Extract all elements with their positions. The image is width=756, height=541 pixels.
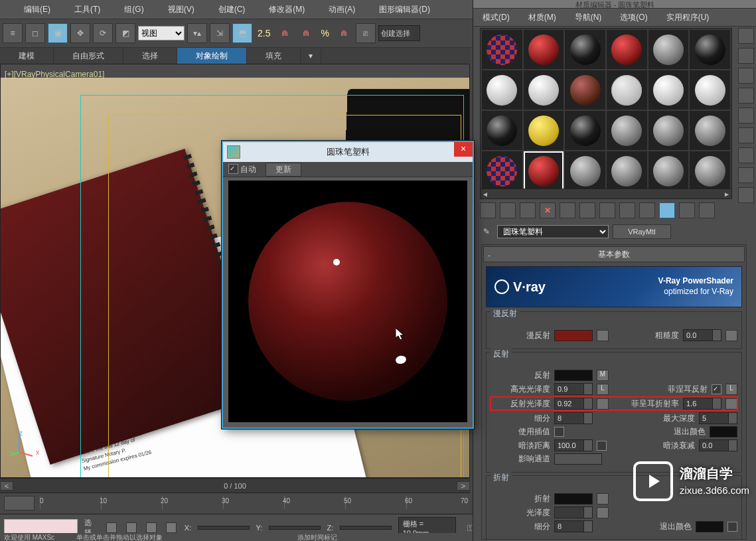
y-field[interactable] [269,526,320,530]
menu-graph-editors[interactable]: 图形编辑器(D) [379,4,430,15]
use-interp-checkbox[interactable] [554,427,564,437]
select-object-icon[interactable]: ▣ [48,23,68,43]
sample-6[interactable] [690,30,730,69]
diffuse-map-slot[interactable] [597,330,609,341]
named-sel-icon[interactable]: ⎚ [356,23,376,43]
refract-gloss-spinner[interactable] [554,506,593,518]
put-to-lib-icon[interactable] [599,202,615,218]
tab-freeform[interactable]: 自由形式 [54,48,123,64]
timeline-config-icon[interactable] [4,496,35,510]
pivot-icon[interactable]: ▾▴ [187,23,207,43]
sample-9[interactable] [565,70,605,110]
reflect-gloss-map-slot[interactable] [597,398,609,410]
select-by-mat-icon[interactable] [738,167,754,183]
tab-populate[interactable]: 填充 [247,48,301,64]
affect-channels-dropdown[interactable] [554,453,602,465]
sample-8[interactable] [524,70,564,110]
trackbar[interactable]: < 0 / 100 > [0,478,470,493]
exit-color-swatch[interactable] [710,426,737,437]
sample-21[interactable] [565,151,605,191]
mtl-map-nav-icon[interactable] [738,187,754,203]
sample-16[interactable] [607,111,647,150]
sample-24[interactable] [690,151,730,191]
show-map-icon[interactable] [639,202,655,218]
menu-animation[interactable]: 动画(A) [329,4,355,15]
make-copy-icon[interactable] [560,202,575,218]
sample-17[interactable] [648,111,689,150]
sample-2[interactable] [524,30,564,69]
sample-scroll[interactable]: ◄► [480,189,732,199]
max-depth-spinner[interactable]: 5 [699,412,737,424]
sample-15[interactable] [565,111,605,150]
material-type-button[interactable]: VRayMtl [613,224,671,239]
refract-exit-color-swatch[interactable] [696,521,723,532]
me-menu-options[interactable]: 选项(O) [620,12,647,23]
menu-modifiers[interactable]: 修改器(M) [269,4,305,15]
sel-key-icon[interactable] [126,522,137,533]
reflect-gloss-spinner[interactable]: 0.92 [554,398,593,410]
reflect-color-swatch[interactable] [554,370,593,381]
fresnel-L-slot[interactable]: L [725,384,737,395]
magnet1-icon[interactable]: ⋒ [275,24,294,42]
sample-13[interactable] [482,111,522,150]
select-all-icon[interactable]: ≡ [3,23,23,43]
menu-view[interactable]: 视图(V) [168,4,194,15]
sample-1[interactable] [482,30,522,69]
tab-object-paint[interactable]: 对象绘制 [177,48,247,64]
sample-10[interactable] [607,70,647,110]
z-field[interactable] [340,526,391,530]
reflect-map-slot[interactable]: M [597,370,609,381]
make-unique-icon[interactable] [579,202,595,218]
dim-distance-spinner[interactable]: 100.0 [554,439,593,451]
magnet2-icon[interactable]: ⋒ [297,24,315,42]
preview-icon[interactable] [738,127,754,143]
select-rect-icon[interactable]: ◻ [25,23,45,43]
rotate-icon[interactable]: ⟳ [93,23,113,43]
menu-group[interactable]: 组(G) [124,4,143,15]
sample-14[interactable] [524,111,564,150]
sample-18[interactable] [690,111,730,150]
ref-coord-dropdown[interactable]: 视图 [138,26,185,40]
show-end-result-icon[interactable] [659,202,675,218]
refract-exit-color-checkbox[interactable] [727,522,737,532]
go-forward-icon[interactable] [699,202,715,218]
me-menu-nav[interactable]: 导航(N) [575,12,602,23]
refract-color-swatch[interactable] [554,493,593,504]
close-icon[interactable]: × [454,142,473,157]
pick-material-icon[interactable]: ✎ [480,225,493,238]
move-icon[interactable]: ✥ [70,23,90,43]
sample-7[interactable] [482,70,522,110]
auto-checkbox[interactable]: 自动 [228,164,256,175]
refract-subdiv-spinner[interactable]: 8 [554,520,593,532]
angle-snap-icon[interactable]: ⬒ [232,23,252,43]
sample-20-selected[interactable] [524,151,564,191]
video-check-icon[interactable] [738,108,754,123]
add-time-tag[interactable]: 添加时间标记 [297,534,337,541]
diffuse-color-swatch[interactable] [554,330,593,341]
sel-iso-icon[interactable] [166,522,177,533]
scale-icon[interactable]: ◩ [115,23,135,43]
refract-gloss-map-slot[interactable] [597,507,609,518]
track-next-icon[interactable]: > [457,481,470,491]
sample-23[interactable] [648,151,689,191]
track-prev-icon[interactable]: < [0,481,13,491]
fresnel-checkbox[interactable] [712,384,721,394]
sample-11[interactable] [648,70,689,110]
menu-tools[interactable]: 工具(T) [74,4,100,15]
sample-22[interactable] [607,151,647,191]
fresnel-ior-map-slot[interactable] [725,398,737,410]
hilight-L-slot[interactable]: L [597,384,609,395]
roughness-spinner[interactable]: 0.0 [683,329,721,341]
tab-overflow-icon[interactable]: ▾ [301,48,321,63]
x-field[interactable] [198,526,249,530]
hilight-gloss-spinner[interactable]: 0.9 [554,383,593,395]
create-sel-field[interactable]: 创建选择 [378,25,420,41]
sel-lock2-icon[interactable] [146,522,157,533]
fresnel-ior-spinner[interactable]: 1.6 [683,398,721,410]
sample-uv-icon[interactable] [738,88,754,104]
sample-4[interactable] [607,30,647,69]
snap-toggle-icon[interactable]: ⇲ [210,23,230,43]
update-button[interactable]: 更新 [265,163,301,177]
viewport-label[interactable]: [+][VRayPhysicalCamera01] [5,70,104,79]
me-menu-mode[interactable]: 模式(D) [483,12,510,23]
